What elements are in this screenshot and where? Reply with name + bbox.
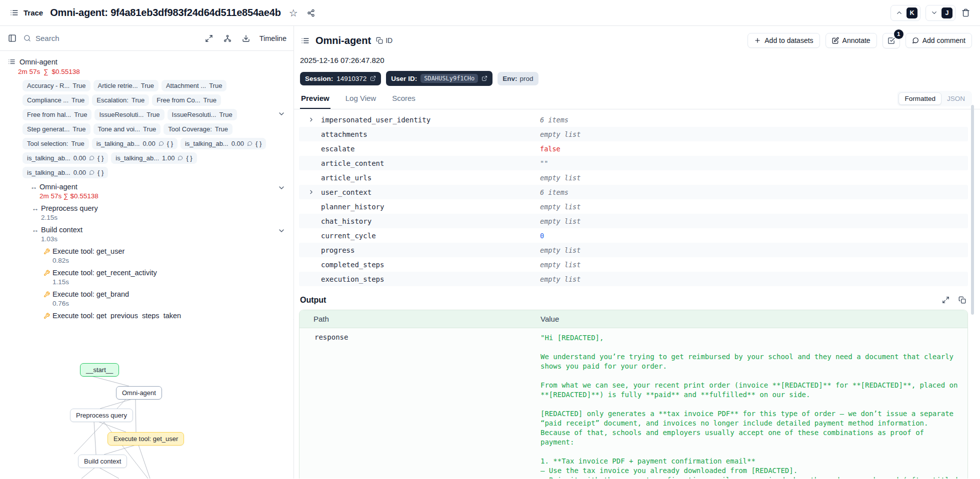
trace-span-item[interactable]: Execute tool: get_user0.82s [0,247,294,264]
score-value: 0.00 [74,169,86,176]
score-badge[interactable]: is_talking_ab...0.00{ } [92,138,178,149]
annotate-button[interactable]: Annotate [826,33,877,48]
graph-node[interactable]: Omni-agent [116,386,162,400]
trace-span-item[interactable]: Execute tool: get_previous_steps_taken1.… [0,312,294,320]
format-option-json[interactable]: JSON [942,93,970,104]
graph-view-button[interactable] [222,33,232,43]
score-name: IssueResoluti... [172,111,216,118]
bookmark-star-icon[interactable]: ☆ [288,7,299,19]
field-key: chat_history [321,217,540,225]
shortcut-key-j: J [942,7,952,18]
graph-node[interactable]: __start__ [80,363,119,377]
span-duration: 0.76s [0,300,294,307]
score-badge[interactable]: Tool Coverage:True [164,123,232,135]
copy-icon [376,37,383,44]
graph-node[interactable]: Build context [78,455,127,468]
prev-trace-button[interactable]: K [890,5,920,21]
score-badge[interactable]: Accuracy - R...True [22,80,90,91]
state-row[interactable]: impersonated_user_identity6 items [299,112,968,127]
add-to-datasets-button[interactable]: Add to datasets [748,33,820,48]
score-name: is_talking_ab... [96,140,140,147]
search-input[interactable] [36,34,198,42]
fit-view-button[interactable] [204,33,214,43]
score-name: Step generat... [27,126,70,132]
scrollbar-thumb[interactable] [971,105,974,315]
score-badge[interactable]: Escalation:True [92,94,149,106]
timeline-toggle[interactable]: Timeline [260,34,286,42]
score-badge[interactable]: IssueResoluti...True [168,109,237,120]
score-value: True [143,126,156,132]
share-icon[interactable] [306,8,316,18]
format-option-formatted[interactable]: Formatted [898,92,942,105]
trace-root-item[interactable]: Omni-agent [0,57,294,66]
copy-id-button[interactable]: ID [376,36,392,44]
score-badge[interactable]: Compliance ...True [22,94,89,106]
session-badge[interactable]: Session: 14910372 [300,72,381,85]
score-badge[interactable]: is_talking_ab...0.00{ } [22,152,108,164]
chevron-down-icon[interactable] [278,227,286,235]
output-title: Output [300,296,326,305]
expand-output-button[interactable] [941,295,950,305]
chevron-down-icon [930,9,938,16]
score-value: True [132,97,144,103]
search-box[interactable] [24,34,198,42]
chevron-down-icon[interactable] [278,110,286,118]
trace-span-item[interactable]: ↔Omni-agent2m 57s ∑ $0.55138 [0,183,294,200]
span-name: Omni-agent [40,183,78,191]
tab-scores[interactable]: Scores [391,91,416,109]
chevron-right-icon[interactable] [308,116,321,123]
score-badge[interactable]: IssueResoluti...True [94,109,164,120]
span-icon: ↔ [30,183,38,190]
delete-trace-button[interactable] [960,7,971,18]
chevron-right-icon[interactable] [308,189,321,195]
score-badge[interactable]: Free from hal...True [22,109,92,120]
chevron-down-icon[interactable] [278,184,286,192]
env-badge: Env: prod [498,72,538,85]
tab-log-view[interactable]: Log View [344,91,377,109]
copy-output-button[interactable] [958,295,967,305]
expand-icon [942,296,950,304]
check-square-icon [888,37,895,44]
span-name: Execute tool: get_brand [52,290,129,298]
trace-span-item[interactable]: Execute tool: get_brand0.76s [0,290,294,307]
trace-span-item[interactable]: ↔Preprocess query2.15s [0,204,294,221]
trace-breadcrumb[interactable]: Trace [9,7,43,18]
score-badge[interactable]: is_talking_ab...0.00{ } [180,138,266,149]
next-trace-button[interactable]: J [926,5,956,21]
user-id-badge[interactable]: User ID: SDAHUSLy9f1CHo [386,71,492,86]
score-value: True [72,97,84,103]
score-braces: { } [167,140,173,147]
score-badge[interactable]: Tone and voi...True [94,123,161,135]
state-row: current_cycle0 [299,228,968,243]
collapse-panel-button[interactable] [7,33,18,43]
trace-span-item[interactable]: Execute tool: get_recent_activity1.15s [0,269,294,286]
add-comment-button[interactable]: Add comment [906,33,972,48]
score-name: is_talking_ab... [27,169,70,176]
score-badge[interactable]: is_talking_ab...1.00{ } [111,152,196,164]
score-badge[interactable]: is_talking_ab...0.00{ } [22,167,108,178]
state-row[interactable]: user_context6 items [299,185,968,199]
score-badge[interactable]: Article retrie...True [94,80,158,91]
tab-preview[interactable]: Preview [300,91,330,109]
score-badge[interactable]: Tool selection:True [22,138,89,149]
trace-icon [9,7,20,18]
graph-node[interactable]: Execute tool: get_user [108,432,184,446]
download-button[interactable] [241,33,251,43]
score-name: Attachment ... [166,82,206,89]
graph-node[interactable]: Preprocess query [70,409,133,422]
score-braces: { } [98,155,104,161]
top-bar: Trace Omni-agent: 9f4a81eb3df983f24d64d5… [0,0,980,26]
span-name: Execute tool: get_previous_steps_taken [52,312,181,320]
agent-graph: __start__Omni-agentPreprocess queryExecu… [0,319,293,479]
session-value: 14910372 [336,75,366,82]
trace-tree-icon [7,57,16,66]
trace-tree-panel: Timeline Omni-agent 2m 57s ∑ $0.55138 Ac… [0,26,294,479]
trace-label: Trace [24,8,43,17]
trace-span-item[interactable]: ↔Build context1.03s [0,226,294,243]
score-badge[interactable]: Free from Co...True [152,94,221,106]
annotation-queue-button[interactable]: 1 [882,33,900,48]
span-icon: ↔ [31,205,40,212]
root-cost: $0.55138 [52,68,80,75]
score-badge[interactable]: Attachment ...True [162,80,226,91]
score-badge[interactable]: Step generat...True [22,123,90,135]
